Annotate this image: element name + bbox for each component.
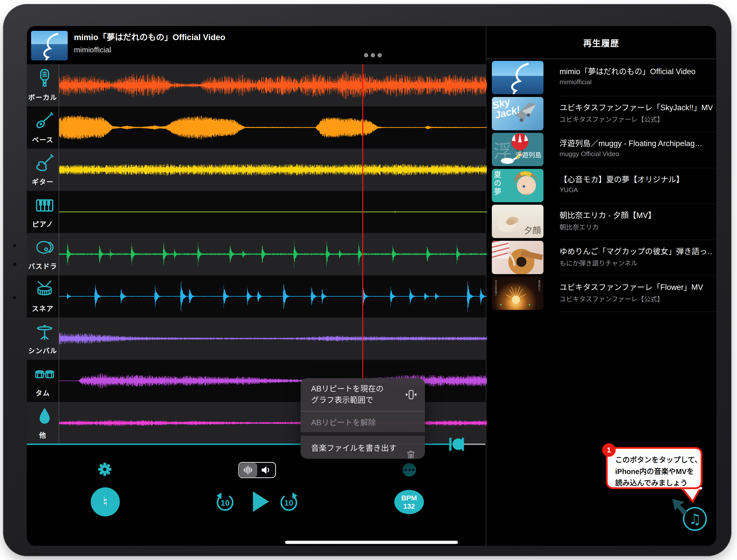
history-divider xyxy=(486,59,716,59)
history-entry-5[interactable]: 夕顔 朝比奈エリカ - 夕顔【MV】 朝比奈エリカ xyxy=(486,204,716,240)
history-thumbnail[interactable]: 花火大会の夜に夏の終わり xyxy=(492,277,544,310)
more-actions-button[interactable] xyxy=(403,463,416,477)
menu-item-ab-repeat-set[interactable]: ABリピートを現在の グラフ表示範囲で xyxy=(300,378,425,411)
app-screen: mimio「夢はだれのもの」Official Video mimiofficia… xyxy=(27,26,716,546)
waveform-mode-segment[interactable] xyxy=(240,463,257,477)
callout-tail xyxy=(676,487,706,505)
menu-group-separator xyxy=(300,432,425,436)
history-thumbnail[interactable]: 夏の夢 xyxy=(492,169,544,202)
track-label: タム xyxy=(27,388,59,398)
side-button xyxy=(13,296,16,299)
side-button xyxy=(13,244,16,247)
toms-icon xyxy=(34,363,55,385)
history-entry-7[interactable]: 花火大会の夜に夏の終わり ユビキタスファンファーレ「Flower」MV ユビキタ… xyxy=(486,276,716,312)
bpm-value: 132 xyxy=(403,502,415,510)
natural-sign-glyph: ♮ xyxy=(103,494,108,509)
tutorial-callout: 1 このボタンをタップして、 iPhone内の音楽やMVを 読み込んでみましょう xyxy=(606,447,702,489)
history-entry-title: ユビキタスファンファーレ「Flower」MV xyxy=(560,281,712,292)
play-button[interactable] xyxy=(253,491,269,512)
ipad-device-frame: mimio「夢はだれのもの」Official Video mimiofficia… xyxy=(3,4,731,556)
stage: mimio「夢はだれのもの」Official Video mimiofficia… xyxy=(0,0,737,560)
history-thumbnail[interactable]: 浮浮遊列島 xyxy=(492,133,544,166)
history-thumbnail[interactable] xyxy=(492,241,544,274)
track-label: シンバル xyxy=(27,346,59,355)
ab-range-icon xyxy=(406,389,417,401)
svg-text:10: 10 xyxy=(220,498,230,507)
ab-repeat-start-handle[interactable] xyxy=(449,438,452,451)
home-indicator[interactable] xyxy=(285,541,458,544)
history-entry-title: mimio「夢はだれのもの」Official Video xyxy=(560,65,712,76)
menu-item-ab-repeat-clear[interactable]: ABリピートを解除 xyxy=(300,411,425,432)
menu-item-clear-label: ABリピートを解除 xyxy=(311,416,376,427)
history-entry-channel: mimiofficial xyxy=(560,78,712,86)
piano-icon xyxy=(34,194,55,216)
wing-art xyxy=(31,31,68,60)
more-options-icon[interactable] xyxy=(364,53,387,60)
menu-item-export-audio[interactable]: 音楽ファイルを書き出す xyxy=(300,436,425,459)
entry-divider xyxy=(560,312,716,312)
svg-text:10: 10 xyxy=(284,498,293,507)
ab-repeat-context-menu: ABリピートを現在の グラフ表示範囲で ABリピートを解除 xyxy=(300,378,425,459)
track-label: 他 xyxy=(27,430,59,440)
skip-back-icon: 10 xyxy=(214,491,236,513)
waveform-icon xyxy=(243,465,254,476)
speaker-icon xyxy=(260,465,272,476)
history-entry-title: ユビキタスファンファーレ「SkyJack!!」MV xyxy=(560,101,712,113)
step-badge: 1 xyxy=(602,443,616,457)
bpm-label: BPM xyxy=(401,494,417,502)
history-entry-2[interactable]: SkyJack! ユビキタスファンファーレ「SkyJack!!」MV ユビキタス… xyxy=(486,96,716,132)
drop-icon xyxy=(34,405,55,427)
history-entry-title: 浮遊列島／muggy - Floating Archipelag… xyxy=(560,137,712,148)
track-label: ボーカル xyxy=(27,92,59,102)
history-thumbnail[interactable]: SkyJack! xyxy=(492,97,544,130)
output-mode-toggle[interactable] xyxy=(238,462,276,478)
history-entry-title: ゆめりんご「マグカップの彼女」弾き語っ… xyxy=(560,245,712,256)
bpm-button[interactable]: BPM 132 xyxy=(394,490,424,514)
speaker-mode-segment[interactable] xyxy=(257,465,275,476)
history-entry-title: 【心音モカ】夏の夢【オリジナル】 xyxy=(560,173,712,184)
history-title: 再生履歴 xyxy=(486,37,716,49)
history-entry-channel: ユビキタスファンファーレ【公式】 xyxy=(560,294,712,303)
timeline-knob[interactable] xyxy=(453,438,464,450)
history-entry-4[interactable]: 夏の夢 【心音モカ】夏の夢【オリジナル】 YUGA xyxy=(486,168,716,204)
now-playing-header: mimio「夢はだれのもの」Official Video mimiofficia… xyxy=(27,26,486,64)
cymbal-icon xyxy=(34,321,55,343)
video-channel: mimiofficial xyxy=(74,46,111,54)
track-label: ピアノ xyxy=(27,219,59,229)
history-entry-channel: muggy Official Video xyxy=(560,150,712,158)
timeline-remaining[interactable] xyxy=(464,443,485,445)
gear-icon xyxy=(97,462,112,477)
video-title: mimio「夢はだれのもの」Official Video xyxy=(74,31,225,43)
side-button xyxy=(13,263,17,266)
electric-guitar-icon xyxy=(34,152,55,174)
track-label: ギター xyxy=(27,177,59,186)
kick-drum-icon xyxy=(34,237,55,258)
history-entry-channel: 朝比奈エリカ xyxy=(560,222,712,231)
history-entry-channel: もにか弾き語りチャンネル xyxy=(560,258,712,267)
history-thumbnail[interactable] xyxy=(492,61,544,94)
bass-guitar-icon xyxy=(34,110,55,132)
history-entry-1[interactable]: mimio「夢はだれのもの」Official Video mimiofficia… xyxy=(486,60,716,96)
skip-forward-icon: 10 xyxy=(278,491,300,513)
history-entry-channel: ユビキタスファンファーレ【公式】 xyxy=(560,114,712,124)
snare-drum-icon xyxy=(34,279,55,300)
callout-text: このボタンをタップして、 iPhone内の音楽やMVを 読み込んでみましょう xyxy=(615,454,702,489)
history-entry-title: 朝比奈エリカ - 夕顔【MV】 xyxy=(560,209,712,220)
skip-forward-10-button[interactable]: 10 xyxy=(278,491,300,513)
skip-back-10-button[interactable]: 10 xyxy=(214,491,236,513)
plot-left-border xyxy=(59,64,59,444)
history-thumbnail[interactable]: 夕顔 xyxy=(492,205,544,238)
track-label: スネア xyxy=(27,303,59,313)
menu-item-export-label: 音楽ファイルを書き出す xyxy=(311,442,397,453)
settings-button[interactable] xyxy=(97,462,112,477)
history-entry-3[interactable]: 浮浮遊列島 浮遊列島／muggy - Floating Archipelag… … xyxy=(486,132,716,168)
history-entry-6[interactable]: ゆめりんご「マグカップの彼女」弾き語っ… もにか弾き語りチャンネル xyxy=(486,240,716,276)
pitch-key-button[interactable]: ♮ xyxy=(91,487,120,516)
track-label: ベース xyxy=(27,135,59,144)
now-playing-thumbnail[interactable] xyxy=(31,31,68,60)
track-label: バスドラ xyxy=(27,261,59,271)
history-entry-channel: YUGA xyxy=(560,186,712,194)
microphone-icon xyxy=(34,68,55,89)
